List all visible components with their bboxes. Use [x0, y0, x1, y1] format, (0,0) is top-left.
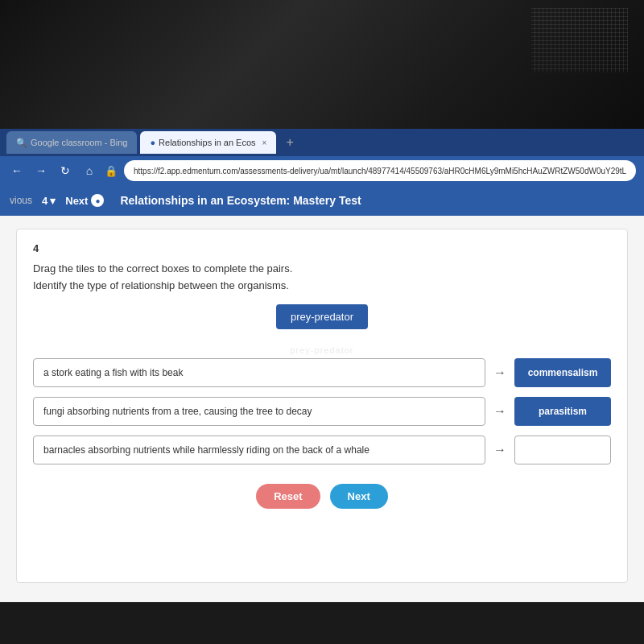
tab-google-label: Google classroom - Bing	[31, 138, 127, 147]
reset-button[interactable]: Reset	[256, 484, 320, 509]
arrow-icon-3: →	[493, 443, 506, 457]
tab-edmentum-label: Relationships in an Ecos	[159, 138, 255, 147]
next-button-bottom[interactable]: Next	[330, 484, 388, 509]
question-number-selector[interactable]: 4 ▾	[42, 195, 56, 207]
arrow-icon-1: →	[493, 365, 506, 380]
background-label: prey-predator	[33, 345, 611, 355]
question-number: 4	[33, 242, 611, 254]
prev-button[interactable]: vious	[10, 195, 32, 206]
next-circle-icon: ●	[91, 194, 104, 207]
pair-answer-2[interactable]: parasitism	[514, 397, 611, 426]
tab-google[interactable]: 🔍 Google classroom - Bing	[6, 131, 137, 154]
forward-button[interactable]: →	[32, 164, 50, 177]
home-button[interactable]: ⌂	[80, 164, 98, 177]
page-title: Relationships in an Ecosystem: Mastery T…	[120, 194, 361, 207]
tile-area: prey-predator	[33, 304, 611, 329]
pairs-container: a stork eating a fish with its beak → co…	[33, 358, 611, 464]
pair-label-3: barnacles absorbing nutrients while harm…	[33, 436, 485, 464]
pair-answer-1[interactable]: commensalism	[514, 358, 611, 387]
pair-row-2: fungi absorbing nutrients from a tree, c…	[33, 397, 611, 426]
browser-chrome: 🔍 Google classroom - Bing ● Relationship…	[0, 129, 644, 185]
tab-edmentum[interactable]: ● Relationships in an Ecos ×	[140, 131, 276, 154]
button-row: Reset Next	[33, 484, 611, 509]
pair-answer-3[interactable]	[514, 436, 611, 464]
tab-edmentum-icon: ●	[150, 138, 155, 147]
address-input[interactable]	[124, 160, 636, 181]
main-content: 4 Drag the tiles to the correct boxes to…	[0, 216, 644, 602]
question-box: 4 Drag the tiles to the correct boxes to…	[16, 229, 628, 583]
pair-row-1: a stork eating a fish with its beak → co…	[33, 358, 611, 387]
next-label: Next	[65, 195, 88, 207]
app-toolbar: vious 4 ▾ Next ● Relationships in an Eco…	[0, 185, 644, 216]
tab-bar: 🔍 Google classroom - Bing ● Relationship…	[0, 129, 644, 156]
new-tab-button[interactable]: +	[279, 135, 299, 150]
address-bar: ← → ↻ ⌂ 🔒	[0, 156, 644, 185]
prey-predator-tile[interactable]: prey-predator	[276, 304, 368, 329]
lock-icon: 🔒	[105, 165, 118, 177]
question-number-value: 4	[42, 195, 47, 207]
tab-google-icon: 🔍	[16, 138, 27, 148]
background-photo	[0, 0, 644, 129]
refresh-button[interactable]: ↻	[56, 164, 74, 177]
arrow-icon-2: →	[493, 404, 506, 419]
pair-label-2: fungi absorbing nutrients from a tree, c…	[33, 397, 485, 426]
next-button[interactable]: Next ●	[65, 194, 104, 207]
back-button[interactable]: ←	[8, 164, 26, 177]
pair-label-1: a stork eating a fish with its beak	[33, 358, 485, 387]
chevron-down-icon: ▾	[50, 195, 56, 207]
instruction-1: Drag the tiles to the correct boxes to c…	[33, 262, 611, 275]
instruction-2: Identify the type of relationship betwee…	[33, 279, 611, 291]
pair-row-3: barnacles absorbing nutrients while harm…	[33, 436, 611, 464]
tab-close-button[interactable]: ×	[262, 138, 267, 147]
